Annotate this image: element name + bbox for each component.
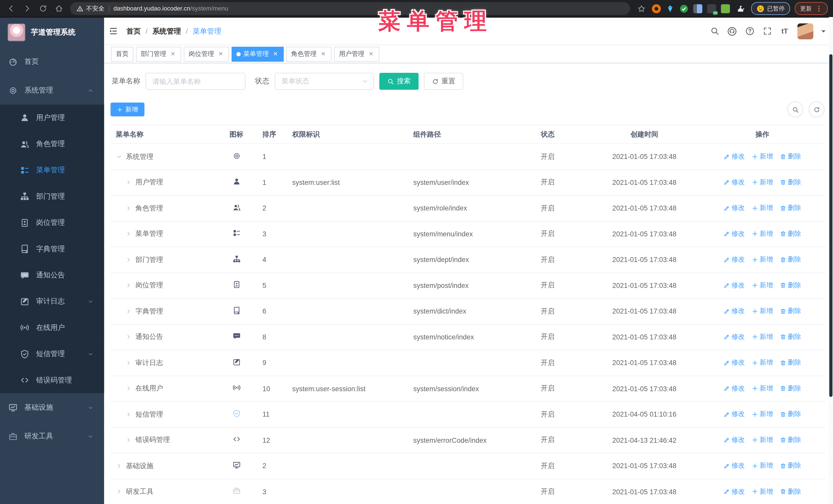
reload-icon[interactable] bbox=[37, 3, 49, 14]
row-expand-icon[interactable] bbox=[125, 385, 132, 392]
edit-link[interactable]: 修改 bbox=[723, 358, 745, 367]
row-expand-icon[interactable] bbox=[125, 179, 132, 186]
delete-link[interactable]: 删除 bbox=[780, 178, 801, 187]
tag-2[interactable]: 部门管理✕ bbox=[136, 46, 181, 61]
security-label[interactable]: 不安全 bbox=[86, 5, 104, 13]
delete-link[interactable]: 删除 bbox=[780, 152, 801, 161]
help-icon[interactable] bbox=[745, 26, 754, 36]
delete-link[interactable]: 删除 bbox=[780, 461, 801, 471]
row-expand-icon[interactable] bbox=[125, 282, 132, 289]
edit-link[interactable]: 修改 bbox=[723, 436, 745, 445]
row-expand-icon[interactable] bbox=[125, 360, 132, 366]
add-link[interactable]: 新增 bbox=[752, 255, 773, 264]
add-link[interactable]: 新增 bbox=[752, 487, 773, 496]
add-link[interactable]: 新增 bbox=[752, 230, 773, 238]
row-expand-icon[interactable] bbox=[125, 411, 132, 417]
breadcrumb-item-1[interactable]: 首页 bbox=[126, 26, 141, 36]
edit-link[interactable]: 修改 bbox=[723, 461, 745, 471]
add-link[interactable]: 新增 bbox=[752, 436, 773, 445]
tag-6[interactable]: 用户管理✕ bbox=[334, 46, 379, 61]
fullscreen-icon[interactable] bbox=[762, 26, 772, 36]
row-expand-icon[interactable] bbox=[125, 205, 132, 212]
row-expand-icon[interactable] bbox=[116, 463, 122, 469]
edit-link[interactable]: 修改 bbox=[723, 487, 745, 496]
add-link[interactable]: 新增 bbox=[752, 203, 773, 213]
github-icon[interactable] bbox=[728, 26, 737, 36]
add-link[interactable]: 新增 bbox=[752, 178, 773, 187]
home-icon[interactable] bbox=[53, 3, 65, 14]
close-icon[interactable]: ✕ bbox=[367, 50, 375, 57]
edit-link[interactable]: 修改 bbox=[723, 410, 745, 419]
delete-link[interactable]: 删除 bbox=[780, 281, 801, 290]
edit-link[interactable]: 修改 bbox=[723, 152, 745, 161]
row-expand-icon[interactable] bbox=[125, 308, 132, 315]
tag-3[interactable]: 岗位管理✕ bbox=[184, 46, 229, 61]
edit-link[interactable]: 修改 bbox=[723, 230, 745, 238]
edit-link[interactable]: 修改 bbox=[723, 255, 745, 264]
breadcrumb-item-2[interactable]: 系统管理 bbox=[152, 26, 181, 36]
bookmark-star-icon[interactable] bbox=[635, 3, 647, 14]
refresh-table-icon[interactable] bbox=[809, 101, 825, 117]
sidebar-item-3[interactable]: 用户管理 bbox=[0, 104, 104, 131]
add-link[interactable]: 新增 bbox=[752, 461, 773, 471]
app-logo-row[interactable]: 芋道管理系统 bbox=[0, 18, 104, 47]
edit-link[interactable]: 修改 bbox=[723, 384, 745, 393]
delete-link[interactable]: 删除 bbox=[780, 384, 801, 393]
font-size-icon[interactable]: tT bbox=[780, 26, 789, 36]
search-icon[interactable] bbox=[710, 26, 719, 36]
delete-link[interactable]: 删除 bbox=[780, 203, 801, 213]
breadcrumb-item-3[interactable]: 菜单管理 bbox=[192, 26, 221, 36]
sidebar-item-13[interactable]: 错误码管理 bbox=[0, 367, 104, 393]
sidebar-item-10[interactable]: 审计日志 bbox=[0, 288, 104, 315]
add-link[interactable]: 新增 bbox=[752, 384, 773, 393]
status-select[interactable]: 菜单状态 bbox=[275, 73, 374, 90]
reset-button[interactable]: 重置 bbox=[424, 73, 463, 90]
sidebar-item-15[interactable]: 研发工具 bbox=[0, 422, 104, 451]
sidebar-item-2[interactable]: 系统管理 bbox=[0, 76, 104, 104]
scrollbar-thumb[interactable] bbox=[829, 54, 832, 397]
delete-link[interactable]: 删除 bbox=[780, 230, 801, 238]
add-link[interactable]: 新增 bbox=[752, 307, 773, 316]
sidebar-fold-icon[interactable] bbox=[109, 27, 118, 35]
row-expand-icon[interactable] bbox=[116, 488, 122, 495]
sidebar-item-9[interactable]: 通知公告 bbox=[0, 262, 104, 288]
address-bar[interactable]: 不安全 dashboard.yudao.iocoder.cn/system/me… bbox=[70, 2, 630, 15]
tag-1[interactable]: 首页 bbox=[111, 46, 133, 61]
user-avatar[interactable] bbox=[798, 23, 813, 39]
extension-icon-gem[interactable] bbox=[666, 4, 674, 13]
menu-name-input[interactable] bbox=[146, 73, 245, 90]
extensions-puzzle-icon[interactable] bbox=[735, 3, 747, 14]
close-icon[interactable]: ✕ bbox=[217, 50, 224, 57]
delete-link[interactable]: 删除 bbox=[780, 358, 801, 367]
delete-link[interactable]: 删除 bbox=[780, 436, 801, 445]
row-expand-icon[interactable] bbox=[116, 153, 122, 160]
row-expand-icon[interactable] bbox=[125, 437, 132, 443]
sidebar-item-8[interactable]: 字典管理 bbox=[0, 236, 104, 262]
sidebar-item-11[interactable]: 在线用户 bbox=[0, 315, 104, 341]
add-link[interactable]: 新增 bbox=[752, 152, 773, 161]
add-link[interactable]: 新增 bbox=[752, 281, 773, 290]
sidebar-item-6[interactable]: 部门管理 bbox=[0, 183, 104, 210]
back-icon[interactable] bbox=[5, 3, 17, 14]
avatar-caret-icon[interactable] bbox=[821, 30, 826, 34]
search-button[interactable]: 搜索 bbox=[379, 73, 419, 90]
browser-update-button[interactable]: 更新 bbox=[795, 2, 828, 15]
add-link[interactable]: 新增 bbox=[752, 410, 773, 419]
sidebar-item-7[interactable]: 岗位管理 bbox=[0, 210, 104, 236]
add-button[interactable]: 新增 bbox=[111, 102, 145, 116]
extension-icon-proxy[interactable]: on bbox=[707, 4, 716, 13]
delete-link[interactable]: 删除 bbox=[780, 307, 801, 316]
profile-paused-badge[interactable]: 已暂停 bbox=[751, 2, 790, 15]
sidebar-item-4[interactable]: 角色管理 bbox=[0, 131, 104, 157]
sidebar-item-14[interactable]: 基础设施 bbox=[0, 393, 104, 422]
extension-icon-grid[interactable] bbox=[693, 4, 702, 13]
row-expand-icon[interactable] bbox=[125, 257, 132, 263]
delete-link[interactable]: 删除 bbox=[780, 333, 801, 341]
tag-4[interactable]: 菜单管理✕ bbox=[232, 46, 284, 61]
toggle-search-icon[interactable] bbox=[787, 101, 803, 117]
delete-link[interactable]: 删除 bbox=[780, 410, 801, 419]
close-icon[interactable]: ✕ bbox=[272, 50, 279, 57]
delete-link[interactable]: 删除 bbox=[780, 255, 801, 264]
add-link[interactable]: 新增 bbox=[752, 358, 773, 367]
row-expand-icon[interactable] bbox=[125, 231, 132, 237]
